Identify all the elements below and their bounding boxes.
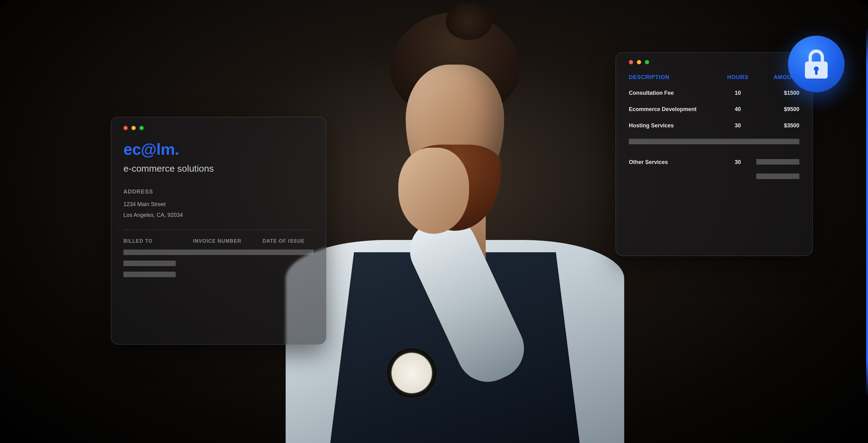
accent-edge xyxy=(866,28,868,397)
brand-tagline: e-commerce solutions xyxy=(123,163,314,174)
cell-amount: $3500 xyxy=(756,122,799,129)
divider xyxy=(123,229,314,230)
invoice-meta-headers: BILLED TO INVOICE NUMBER DATE OF ISSUE xyxy=(123,239,314,244)
cell-hours: 30 xyxy=(719,159,756,165)
address-label: ADDRESS xyxy=(123,189,314,195)
cell-amount: $9500 xyxy=(756,106,799,113)
cell-hours: 40 xyxy=(719,106,756,113)
billed-to-label: BILLED TO xyxy=(123,239,175,244)
cell-description: Other Services xyxy=(629,159,719,165)
placeholder-lines xyxy=(123,250,314,277)
brand-logo: ec@lm. xyxy=(123,140,314,158)
date-of-issue-label: DATE OF ISSUE xyxy=(262,239,314,244)
table-header: DESCRIPTION HOURS AMOUNT xyxy=(629,74,799,81)
address-line-1: 1234 Main Street xyxy=(123,201,314,208)
cell-hours: 10 xyxy=(719,90,756,96)
placeholder-row xyxy=(629,173,799,179)
cell-description: Consultation Fee xyxy=(629,90,719,96)
security-lock-badge xyxy=(788,36,845,92)
invoice-items-window: DESCRIPTION HOURS AMOUNT Consultation Fe… xyxy=(616,52,813,256)
placeholder-line xyxy=(123,260,176,266)
window-controls xyxy=(123,126,314,130)
table-row: Hosting Services 30 $3500 xyxy=(629,122,799,129)
lock-icon xyxy=(803,49,830,80)
window-controls xyxy=(629,60,799,64)
invoice-number-label: INVOICE NUMBER xyxy=(193,239,244,244)
minimize-icon[interactable] xyxy=(131,126,136,130)
table-row: Consultation Fee 10 $1500 xyxy=(629,90,799,96)
close-icon[interactable] xyxy=(123,126,128,130)
svg-rect-1 xyxy=(815,69,817,75)
cell-amount-placeholder xyxy=(756,159,799,165)
maximize-icon[interactable] xyxy=(140,126,144,130)
placeholder-line xyxy=(123,250,314,255)
cell-description: Hosting Services xyxy=(629,122,719,129)
address-line-2: Los Angeles, CA, 92034 xyxy=(123,212,314,218)
col-description: DESCRIPTION xyxy=(629,74,719,81)
invoice-header-window: ec@lm. e-commerce solutions ADDRESS 1234… xyxy=(111,117,326,345)
close-icon[interactable] xyxy=(629,60,633,64)
cell-amount: $1500 xyxy=(756,90,799,96)
cell-description: Ecommerce Development xyxy=(629,106,719,113)
table-row: Ecommerce Development 40 $9500 xyxy=(629,106,799,113)
hero-stage: ec@lm. e-commerce solutions ADDRESS 1234… xyxy=(0,0,868,443)
placeholder-line xyxy=(123,272,176,277)
col-hours: HOURS xyxy=(719,74,756,81)
minimize-icon[interactable] xyxy=(637,60,641,64)
placeholder-line xyxy=(629,139,799,144)
maximize-icon[interactable] xyxy=(645,60,649,64)
table-row: Other Services 30 xyxy=(629,159,799,165)
cell-hours: 30 xyxy=(719,122,756,129)
